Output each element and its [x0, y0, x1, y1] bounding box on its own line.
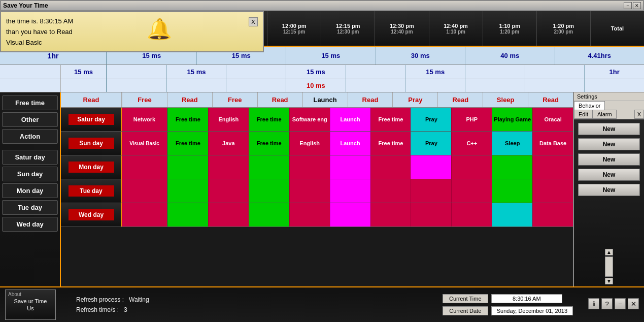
sat-cell-4[interactable]: Software eng [289, 108, 330, 131]
footer-close-button[interactable]: ✕ [628, 298, 639, 309]
wed-cell-6[interactable] [370, 203, 411, 227]
tue-cell-1[interactable] [167, 179, 208, 203]
wed-cell-2[interactable] [208, 203, 249, 227]
sidebar-btn-action[interactable]: Action [2, 129, 58, 144]
tue-cell-6[interactable] [370, 179, 411, 203]
col-header-read-5: Read [437, 92, 483, 107]
sun-cell-5[interactable]: Launch [330, 132, 370, 155]
new-button-1[interactable]: New [578, 123, 640, 135]
refresh-process-row: Refresh process : Waiting [76, 296, 149, 303]
wed-cell-3[interactable] [249, 203, 289, 227]
col-header-free: Free [122, 92, 167, 107]
sun-cell-6[interactable]: Free time [370, 132, 411, 155]
sat-cell-9[interactable]: Playing Game [492, 108, 532, 131]
sat-cell-2[interactable]: English [208, 108, 249, 131]
sun-cell-4[interactable]: English [289, 132, 330, 155]
sunday-label[interactable]: Sun day [69, 138, 114, 149]
tue-cell-7[interactable] [411, 179, 451, 203]
col-header-read-3: Read [257, 92, 302, 107]
tue-cell-4[interactable] [289, 179, 330, 203]
sidebar-btn-monday[interactable]: Mon day [2, 183, 58, 198]
mon-cell-6[interactable] [370, 155, 411, 179]
settings-close-button[interactable]: X [634, 110, 644, 119]
wed-cell-1[interactable] [167, 203, 208, 227]
mon-cell-3[interactable] [249, 155, 289, 179]
tue-cell-8[interactable] [451, 179, 492, 203]
sidebar-btn-other[interactable]: Other [2, 112, 58, 127]
tue-cell-9[interactable] [492, 179, 532, 203]
scroll-down-button[interactable]: ▼ [605, 278, 613, 284]
sidebar-btn-free-time[interactable]: Free time [2, 95, 58, 110]
title-bar-buttons: − ✕ [624, 2, 641, 9]
new-button-4[interactable]: New [578, 169, 640, 181]
new-button-2[interactable]: New [578, 138, 640, 150]
tue-cell-3[interactable] [249, 179, 289, 203]
current-date-label: Current Date [443, 306, 488, 315]
mon-cell-7[interactable] [411, 155, 451, 179]
sat-cell-6[interactable]: Free time [370, 108, 411, 131]
sidebar-btn-tuesday[interactable]: Tue day [2, 200, 58, 215]
tue-cell-10[interactable] [532, 179, 573, 203]
notif-line-3: Visual Basic [6, 39, 73, 46]
mon-cell-2[interactable] [208, 155, 249, 179]
new-buttons-container: New New New New New [574, 119, 644, 247]
wed-cell-10[interactable] [532, 203, 573, 227]
main-container: 8:30 9:30 9:45 10:45 11:00 am 11:30 pm 1… [0, 11, 644, 322]
sat-cell-3[interactable]: Free time [249, 108, 289, 131]
sat-cell-5[interactable]: Launch [330, 108, 370, 131]
close-button[interactable]: ✕ [633, 2, 641, 9]
settings-tab-behavior[interactable]: Behavior [574, 101, 605, 110]
mon-cell-4[interactable] [289, 155, 330, 179]
mon-cell-9[interactable] [492, 155, 532, 179]
sunday-activity: Visual Basic [122, 132, 167, 155]
edit-button[interactable]: Edit [574, 110, 593, 119]
sun-cell-10[interactable]: Data Base [532, 132, 573, 155]
footer-minimize-button[interactable]: − [615, 298, 626, 309]
sun-cell-9[interactable]: Sleep [492, 132, 532, 155]
wed-cell-5[interactable] [330, 203, 370, 227]
mon-cell-8[interactable] [451, 155, 492, 179]
wed-cell-9[interactable] [492, 203, 532, 227]
monday-label[interactable]: Mon day [69, 162, 114, 173]
sun-cell-3[interactable]: Free time [249, 132, 289, 155]
help-button[interactable]: ? [601, 298, 613, 309]
ten-ms-row: 10 ms [0, 79, 644, 92]
sun-cell-1[interactable]: Free time [167, 132, 208, 155]
minimize-button[interactable]: − [624, 2, 632, 9]
wed-cell-4[interactable] [289, 203, 330, 227]
time-columns: 11:00 am 11:30 pm 12:00 pm 12:15 pm 12:1… [213, 11, 644, 46]
edit-alarm-row: Edit Alarm X [574, 110, 644, 119]
mon-cell-10[interactable] [532, 155, 573, 179]
sat-cell-8[interactable]: PHP [451, 108, 492, 131]
wed-cell-8[interactable] [451, 203, 492, 227]
sat-cell-10[interactable]: Oracal [532, 108, 573, 131]
tue-cell-2[interactable] [208, 179, 249, 203]
saturday-label[interactable]: Satur day [69, 114, 114, 125]
monday-row: Mon day [61, 155, 573, 179]
tuesday-label[interactable]: Tue day [69, 185, 114, 197]
alarm-button[interactable]: Alarm [593, 110, 617, 119]
notification-close-button[interactable]: X [249, 17, 258, 26]
mon-cell-1[interactable] [167, 155, 208, 179]
new-button-3[interactable]: New [578, 153, 640, 166]
col-header-read-2: Read [167, 92, 212, 107]
wednesday-label[interactable]: Wed day [69, 209, 114, 220]
sidebar-btn-saturday[interactable]: Satur day [2, 150, 58, 165]
sun-cell-2[interactable]: Java [208, 132, 249, 155]
scroll-up-button[interactable]: ▲ [605, 249, 613, 255]
sidebar-btn-sunday[interactable]: Sun day [2, 167, 58, 181]
saturday-row: Satur day Network Free time English Free… [61, 108, 573, 132]
sun-cell-8[interactable]: C++ [451, 132, 492, 155]
info-button[interactable]: ℹ [588, 298, 599, 309]
sidebar-btn-wednesday[interactable]: Wed day [2, 217, 58, 232]
mon-cell-5[interactable] [330, 155, 370, 179]
new-button-5[interactable]: New [578, 184, 640, 196]
wed-cell-7[interactable] [411, 203, 451, 227]
current-date-value: Sunday, December 01, 2013 [491, 306, 573, 315]
sat-cell-1[interactable]: Free time [167, 108, 208, 131]
scrollbar-track[interactable] [605, 256, 613, 277]
sun-cell-7[interactable]: Pray [411, 132, 451, 155]
right-settings-panel: Settings Behavior Edit Alarm X New New N… [573, 92, 644, 286]
tue-cell-5[interactable] [330, 179, 370, 203]
sat-cell-7[interactable]: Pray [411, 108, 451, 131]
